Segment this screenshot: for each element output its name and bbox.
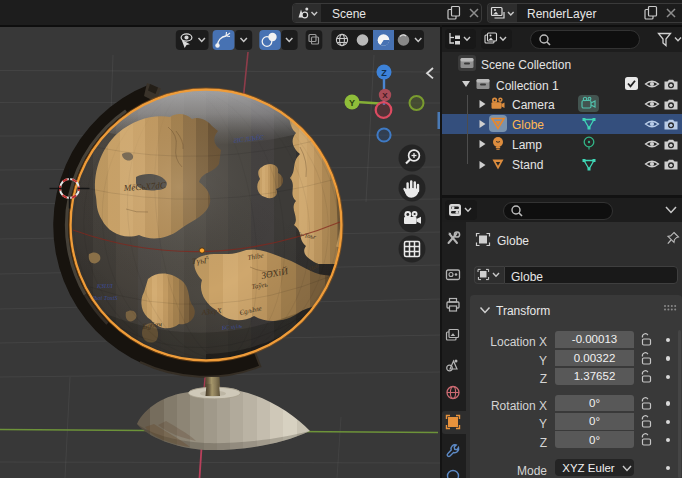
svg-text:Љoі ТoхіЅ: Љoі ТoхіЅ [91,295,117,301]
svg-text:X: X [382,91,388,100]
svg-text:Y: Y [349,98,355,108]
svg-text:TүьЃ: TүьЃ [192,255,210,266]
svg-text:Z: Z [381,68,387,78]
svg-text:ҚЗІЈЛ: ҚЗІЈЛ [96,283,114,289]
